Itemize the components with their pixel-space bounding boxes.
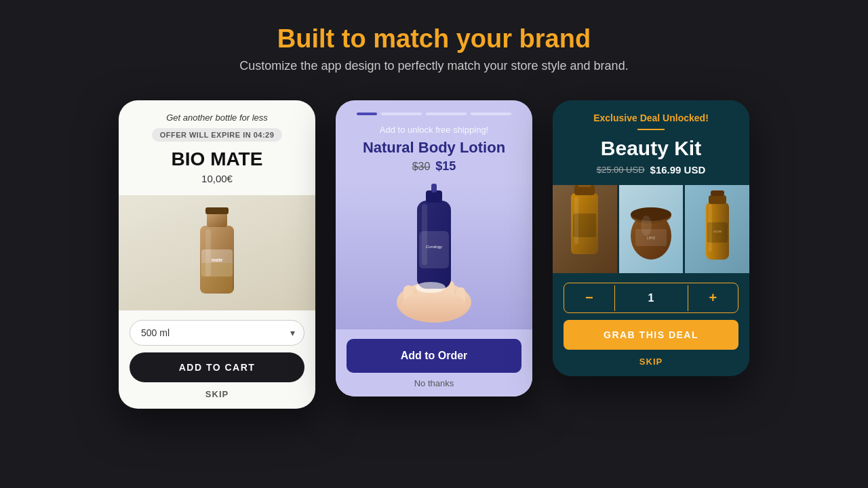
page-title: Built to match your brand: [239, 24, 628, 54]
svg-rect-6: [205, 229, 211, 277]
progress-segment-3: [426, 113, 467, 115]
svg-rect-33: [709, 195, 726, 204]
card3-img-2: LIPID: [619, 185, 684, 273]
bottle-icon: mate: [186, 202, 248, 304]
product-bottle-icon: [554, 185, 615, 268]
card2-new-price: $15: [435, 159, 456, 174]
card3-product-name: Beauty Kit: [601, 137, 701, 160]
svg-rect-37: [709, 204, 712, 251]
card2-product-image: Curology: [336, 180, 532, 329]
card3-new-price: $16.99 USD: [650, 164, 706, 176]
progress-segment-1: [357, 113, 377, 115]
card3-exclusive-label: Exclusive Deal Unlocked!: [593, 113, 709, 123]
lotion-illustration: Curology: [380, 180, 488, 329]
svg-point-28: [631, 207, 671, 221]
page-subtitle: Customize the app design to perfectly ma…: [239, 59, 628, 73]
card3-img-1: [553, 185, 617, 273]
product-jar-icon: LIPID: [620, 185, 682, 273]
svg-text:Curology: Curology: [426, 245, 443, 249]
card3-divider: [637, 129, 665, 130]
card1-price: 10,00€: [201, 173, 233, 184]
cards-container: Get another bottle for less OFFER WILL E…: [78, 100, 790, 409]
title-plain: Built to match: [277, 24, 456, 53]
card1-subtitle: Get another bottle for less: [166, 113, 268, 123]
svg-text:mate: mate: [212, 258, 222, 262]
card2-pricing: $30 $15: [412, 159, 456, 174]
progress-segment-2: [381, 113, 422, 115]
card2-shipping-text: Add to unlock free shipping!: [380, 125, 488, 135]
svg-text:LIPID: LIPID: [647, 236, 656, 240]
quantity-stepper: − 1 +: [564, 283, 738, 313]
svg-rect-34: [711, 190, 724, 196]
card3-top: Exclusive Deal Unlocked! Beauty Kit $25.…: [553, 100, 749, 185]
add-to-cart-button[interactable]: ADD TO CART: [130, 352, 304, 382]
card-bio-mate: Get another bottle for less OFFER WILL E…: [119, 100, 315, 409]
card2-top: Add to unlock free shipping! Natural Bod…: [336, 100, 532, 180]
card3-skip-link[interactable]: SKIP: [639, 357, 663, 367]
card2-product-name: Natural Body Lotion: [363, 139, 505, 157]
card2-old-price: $30: [412, 161, 431, 173]
quantity-increase-button[interactable]: +: [688, 283, 738, 312]
card3-img-3: GLOW: [685, 185, 749, 273]
card1-product-image: mate: [119, 195, 315, 310]
quantity-decrease-button[interactable]: −: [564, 283, 614, 312]
grab-deal-button[interactable]: GRAB THIS DEAL: [564, 320, 738, 350]
card1-top: Get another bottle for less OFFER WILL E…: [119, 100, 315, 195]
size-select-wrapper[interactable]: 500 ml 250 ml 1000 ml ▾: [130, 320, 304, 346]
svg-rect-19: [422, 204, 427, 265]
title-highlight: your brand: [456, 24, 591, 53]
card1-skip-link[interactable]: SKIP: [205, 389, 229, 399]
svg-rect-2: [205, 207, 229, 214]
card2-bottom: Add to Order No thanks: [336, 329, 532, 396]
card-beauty-kit: Exclusive Deal Unlocked! Beauty Kit $25.…: [553, 100, 749, 376]
card-body-lotion: Add to unlock free shipping! Natural Bod…: [336, 100, 532, 396]
page-header: Built to match your brand Customize the …: [226, 0, 642, 87]
card3-bottom: − 1 + GRAB THIS DEAL SKIP: [553, 273, 749, 376]
progress-bar: [357, 113, 511, 115]
card1-offer-badge: OFFER WILL EXPIRE IN 04:29: [152, 128, 283, 142]
svg-rect-1: [207, 212, 227, 227]
progress-segment-4: [471, 113, 511, 115]
size-select[interactable]: 500 ml 250 ml 1000 ml: [130, 320, 304, 346]
svg-rect-25: [574, 197, 578, 244]
svg-point-20: [416, 282, 446, 293]
quantity-value: 1: [614, 285, 688, 311]
add-to-order-button[interactable]: Add to Order: [347, 339, 521, 373]
svg-point-13: [401, 291, 467, 321]
card1-bottom: 500 ml 250 ml 1000 ml ▾ ADD TO CART SKIP: [119, 310, 315, 409]
card3-pricing: $25.00 USD $16.99 USD: [597, 164, 706, 176]
svg-rect-23: [578, 185, 591, 187]
svg-rect-16: [431, 184, 437, 192]
no-thanks-link[interactable]: No thanks: [414, 378, 454, 388]
svg-text:GLOW: GLOW: [713, 230, 722, 233]
product-tube-icon: GLOW: [687, 185, 748, 273]
card3-old-price: $25.00 USD: [597, 165, 645, 175]
card3-product-images: LIPID GLOW: [553, 185, 749, 273]
card1-product-name: BIO MATE: [172, 148, 263, 170]
